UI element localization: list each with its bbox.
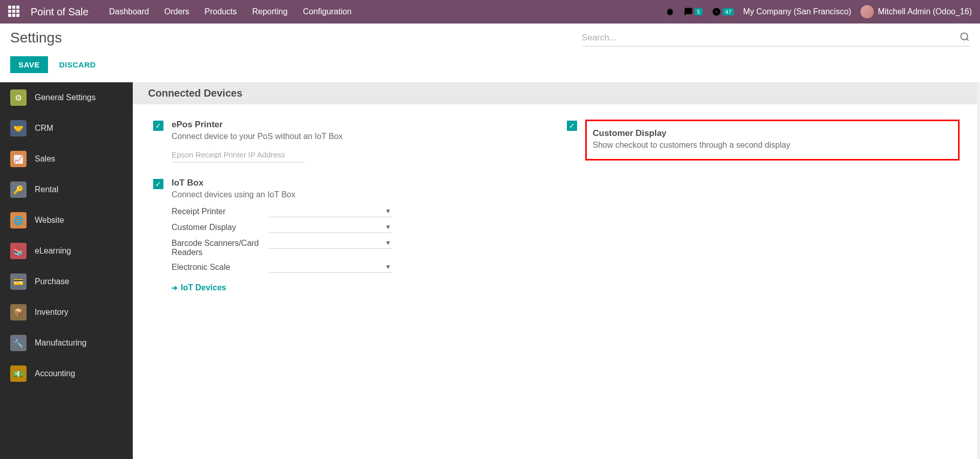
epos-ip-input[interactable] bbox=[172, 147, 304, 163]
sidebar-item-website[interactable]: 🌐 Website bbox=[0, 205, 133, 236]
nav-reporting[interactable]: Reporting bbox=[252, 7, 288, 16]
setting-title: IoT Box bbox=[172, 178, 546, 188]
sidebar-label: Manufacturing bbox=[35, 338, 86, 348]
setting-epos: ✓ ePos Printer Connect device to your Po… bbox=[153, 120, 546, 163]
search-input[interactable] bbox=[582, 30, 960, 46]
sidebar-label: Inventory bbox=[35, 308, 68, 317]
sidebar-item-rental[interactable]: 🔑 Rental bbox=[0, 174, 133, 205]
bug-icon[interactable] bbox=[665, 7, 675, 16]
checkbox-iotbox[interactable]: ✓ bbox=[153, 179, 163, 189]
sidebar-item-crm[interactable]: 🤝 CRM bbox=[0, 113, 133, 144]
section-header: Connected Devices bbox=[133, 82, 980, 104]
sidebar-label: Purchase bbox=[35, 277, 69, 286]
settings-content: ✓ ePos Printer Connect device to your Po… bbox=[133, 104, 980, 323]
setting-desc: Connect devices using an IoT Box bbox=[172, 190, 546, 199]
sidebar-label: Accounting bbox=[35, 369, 75, 378]
main-layout: ⚙ General Settings 🤝 CRM 📈 Sales 🔑 Renta… bbox=[0, 82, 980, 459]
sidebar-item-accounting[interactable]: 💵 Accounting bbox=[0, 358, 133, 389]
card-icon: 💳 bbox=[10, 273, 27, 290]
setting-info: IoT Box Connect devices using an IoT Box… bbox=[172, 178, 546, 292]
settings-col-right: ✓ Customer Display Show checkout to cust… bbox=[567, 120, 960, 308]
barcode-select[interactable]: ▼ bbox=[269, 237, 391, 249]
sidebar-item-inventory[interactable]: 📦 Inventory bbox=[0, 297, 133, 328]
user-menu[interactable]: Mitchell Admin (Odoo_16) bbox=[861, 5, 972, 18]
book-icon: 📚 bbox=[10, 243, 27, 259]
setting-iotbox: ✓ IoT Box Connect devices using an IoT B… bbox=[153, 178, 546, 292]
content-area: Connected Devices ✓ ePos Printer Connect… bbox=[133, 82, 980, 459]
setting-customer-display: ✓ Customer Display Show checkout to cust… bbox=[567, 120, 960, 160]
link-label: IoT Devices bbox=[181, 283, 226, 292]
iot-label: Barcode Scanners/Card Readers bbox=[172, 237, 269, 257]
nav-products[interactable]: Products bbox=[205, 7, 237, 16]
chevron-down-icon: ▼ bbox=[385, 239, 391, 246]
sidebar-label: eLearning bbox=[35, 246, 71, 256]
top-navigation: Point of Sale Dashboard Orders Products … bbox=[0, 0, 980, 24]
money-icon: 💵 bbox=[10, 365, 27, 382]
svg-point-0 bbox=[961, 33, 968, 39]
settings-col-left: ✓ ePos Printer Connect device to your Po… bbox=[153, 120, 546, 308]
setting-desc: Connect device to your PoS without an Io… bbox=[172, 132, 546, 141]
key-icon: 🔑 bbox=[10, 181, 27, 198]
iot-row-receipt: Receipt Printer ▼ bbox=[172, 205, 546, 217]
sidebar-label: Sales bbox=[35, 154, 55, 164]
globe-icon: 🌐 bbox=[10, 212, 27, 228]
app-title[interactable]: Point of Sale bbox=[31, 6, 88, 18]
chat-badge: 5 bbox=[695, 8, 703, 15]
nav-orders[interactable]: Orders bbox=[164, 7, 189, 16]
sidebar-label: CRM bbox=[35, 124, 53, 133]
setting-info: ePos Printer Connect device to your PoS … bbox=[172, 120, 546, 163]
box-icon: 📦 bbox=[10, 304, 27, 320]
scrollbar[interactable] bbox=[977, 82, 980, 459]
chat-icon[interactable]: 5 bbox=[684, 7, 703, 16]
action-buttons: SAVE DISCARD bbox=[10, 56, 970, 82]
discard-button[interactable]: DISCARD bbox=[54, 56, 101, 73]
nav-right: 5 47 My Company (San Francisco) Mitchell… bbox=[665, 5, 972, 18]
iot-row-barcode: Barcode Scanners/Card Readers ▼ bbox=[172, 237, 546, 257]
sidebar-item-sales[interactable]: 📈 Sales bbox=[0, 144, 133, 174]
sidebar-item-general[interactable]: ⚙ General Settings bbox=[0, 82, 133, 113]
company-selector[interactable]: My Company (San Francisco) bbox=[743, 7, 851, 16]
search-container bbox=[582, 30, 970, 47]
sidebar-label: General Settings bbox=[35, 93, 95, 102]
nav-menu: Dashboard Orders Products Reporting Conf… bbox=[109, 7, 351, 16]
clock-icon[interactable]: 47 bbox=[712, 7, 734, 16]
chevron-down-icon: ▼ bbox=[385, 263, 391, 270]
handshake-icon: 🤝 bbox=[10, 120, 27, 136]
receipt-printer-select[interactable]: ▼ bbox=[269, 205, 391, 217]
apps-icon[interactable] bbox=[8, 6, 20, 18]
iot-label: Customer Display bbox=[172, 221, 269, 232]
settings-header: Settings SAVE DISCARD bbox=[0, 24, 980, 82]
iot-row-scale: Electronic Scale ▼ bbox=[172, 261, 546, 273]
iot-label: Receipt Printer bbox=[172, 205, 269, 216]
sidebar-item-purchase[interactable]: 💳 Purchase bbox=[0, 266, 133, 297]
svg-line-1 bbox=[967, 38, 969, 40]
avatar bbox=[861, 5, 874, 18]
iot-label: Electronic Scale bbox=[172, 261, 269, 272]
customer-display-select[interactable]: ▼ bbox=[269, 221, 391, 233]
wrench-icon: 🔧 bbox=[10, 335, 27, 351]
checkbox-epos[interactable]: ✓ bbox=[153, 121, 163, 131]
setting-desc: Show checkout to customers through a sec… bbox=[593, 141, 952, 150]
sidebar-item-manufacturing[interactable]: 🔧 Manufacturing bbox=[0, 328, 133, 358]
chevron-down-icon: ▼ bbox=[385, 208, 391, 215]
sidebar: ⚙ General Settings 🤝 CRM 📈 Sales 🔑 Renta… bbox=[0, 82, 133, 459]
user-name: Mitchell Admin (Odoo_16) bbox=[878, 7, 972, 16]
iot-row-display: Customer Display ▼ bbox=[172, 221, 546, 233]
setting-title: Customer Display bbox=[593, 128, 952, 139]
iot-devices-link[interactable]: ➔ IoT Devices bbox=[172, 283, 546, 292]
chevron-down-icon: ▼ bbox=[385, 223, 391, 231]
save-button[interactable]: SAVE bbox=[10, 56, 48, 73]
sidebar-label: Website bbox=[35, 216, 64, 225]
highlight-box: Customer Display Show checkout to custom… bbox=[585, 120, 960, 160]
scale-select[interactable]: ▼ bbox=[269, 261, 391, 273]
nav-dashboard[interactable]: Dashboard bbox=[109, 7, 149, 16]
sidebar-label: Rental bbox=[35, 185, 58, 194]
setting-title: ePos Printer bbox=[172, 120, 546, 130]
chart-icon: 📈 bbox=[10, 151, 27, 167]
checkbox-customer-display[interactable]: ✓ bbox=[567, 121, 577, 131]
sidebar-item-elearning[interactable]: 📚 eLearning bbox=[0, 236, 133, 266]
search-icon[interactable] bbox=[960, 32, 970, 44]
clock-badge: 47 bbox=[723, 8, 734, 15]
iot-fields: Receipt Printer ▼ Customer Display ▼ bbox=[172, 205, 546, 273]
nav-configuration[interactable]: Configuration bbox=[303, 7, 351, 16]
